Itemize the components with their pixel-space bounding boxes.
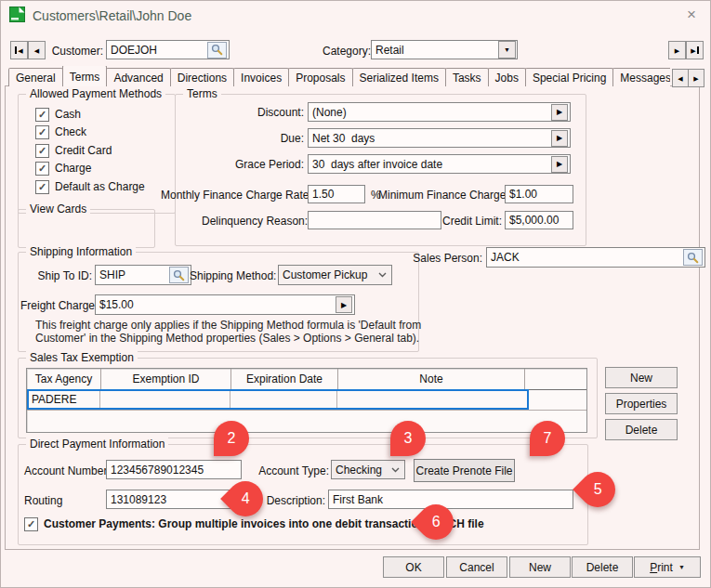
credit-limit-field[interactable]: $5,000.00: [505, 211, 573, 229]
category-dropdown[interactable]: Retail ▼: [371, 40, 518, 59]
checkbox-row-cash: ✓ Cash: [35, 108, 81, 121]
create-prenote-file-button[interactable]: Create Prenote File: [414, 459, 515, 482]
delinquency-reason-field[interactable]: [308, 211, 441, 229]
freight-charge-field[interactable]: $15.00 ▶: [95, 294, 355, 315]
ship-to-id-field[interactable]: SHIP: [95, 265, 191, 285]
customer-value: DOEJOH: [111, 44, 157, 57]
column-note[interactable]: Note: [338, 369, 525, 389]
column-expiration-date[interactable]: Expiration Date: [231, 369, 338, 389]
default-as-charge-checkbox[interactable]: ✓: [35, 180, 49, 194]
grace-period-dropdown-button[interactable]: ▶: [551, 156, 568, 173]
cash-checkbox[interactable]: ✓: [35, 108, 49, 122]
grace-period-field[interactable]: 30 days after invoice date ▶: [308, 154, 571, 174]
print-label-underline: P: [650, 561, 657, 574]
tab-jobs[interactable]: Jobs: [488, 68, 526, 86]
last-record-button[interactable]: ▶: [686, 41, 704, 59]
check-checkbox[interactable]: ✓: [35, 125, 49, 139]
delete-button[interactable]: Delete: [572, 556, 633, 578]
arrow-right-icon: ▶: [557, 108, 562, 116]
next-record-button[interactable]: ▶: [668, 41, 686, 59]
search-icon: [687, 252, 699, 264]
freight-charge-dropdown-button[interactable]: ▶: [336, 296, 352, 313]
tab-messages[interactable]: Messages: [612, 68, 670, 86]
cancel-button[interactable]: Cancel: [446, 556, 507, 578]
callout-2: 2: [214, 421, 249, 456]
minimum-finance-charge-label: Minimum Finance Charge:: [378, 189, 502, 202]
checkbox-label: Cash: [55, 108, 81, 121]
tab-invoices[interactable]: Invoices: [233, 68, 289, 86]
column-tax-agency[interactable]: Tax Agency: [27, 369, 101, 389]
shipping-method-label: Shipping Method:: [190, 269, 275, 282]
due-label: Due:: [211, 132, 304, 145]
chevron-down-icon: ▼: [504, 46, 510, 53]
tab-scroll-left-button[interactable]: ◀: [672, 69, 689, 87]
credit-card-checkbox[interactable]: ✓: [35, 144, 49, 158]
discount-field[interactable]: (None) ▶: [308, 102, 571, 122]
sales-person-field[interactable]: JACK: [486, 247, 705, 268]
tab-advanced[interactable]: Advanced: [106, 68, 170, 86]
group-legend: Direct Payment Information: [26, 438, 168, 451]
group-legend: Shipping Information: [26, 245, 136, 258]
print-button[interactable]: Print ▼: [634, 556, 701, 578]
ship-to-lookup-button[interactable]: [169, 267, 189, 283]
account-type-select[interactable]: Checking: [331, 460, 405, 479]
previous-record-icon: ◀: [34, 47, 39, 54]
category-dropdown-button[interactable]: ▼: [498, 41, 516, 59]
routing-label: Routing: [24, 494, 62, 507]
discount-dropdown-button[interactable]: ▶: [551, 104, 568, 121]
tab-terms[interactable]: Terms: [62, 66, 108, 86]
customer-lookup-button[interactable]: [207, 42, 227, 59]
group-invoices-checkbox[interactable]: ✓: [24, 517, 38, 531]
table-header: Tax Agency Exemption ID Expiration Date …: [27, 369, 586, 390]
grace-period-label: Grace Period:: [211, 158, 304, 171]
sales-tax-exemption-group: Sales Tax Exemption Tax Agency Exemption…: [18, 358, 598, 438]
close-icon[interactable]: ×: [682, 6, 701, 24]
due-dropdown-button[interactable]: ▶: [551, 130, 568, 147]
category-value: Retail: [375, 44, 404, 57]
chevron-down-icon: [375, 272, 389, 278]
tab-special-pricing[interactable]: Special Pricing: [525, 68, 613, 86]
check-icon: ✓: [38, 182, 46, 192]
tab-tasks[interactable]: Tasks: [445, 68, 489, 86]
monthly-finance-charge-rate-field[interactable]: 1.50: [308, 185, 365, 203]
new-button[interactable]: New: [509, 556, 571, 578]
sales-person-lookup-button[interactable]: [683, 249, 703, 266]
tab-scroll-right-button[interactable]: ▶: [688, 69, 704, 87]
freight-note-line2: Customer' in the Shipping Method propert…: [35, 332, 419, 345]
print-label-rest: rint: [657, 561, 673, 574]
tab-serialized-items[interactable]: Serialized Items: [352, 68, 446, 86]
allowed-payment-methods-group: Allowed Payment Methods ✓ Cash ✓ Check ✓…: [18, 94, 176, 214]
charge-checkbox[interactable]: ✓: [35, 162, 49, 176]
description-field[interactable]: First Bank: [328, 490, 573, 509]
cell-exemption-id: [100, 391, 230, 408]
ok-button[interactable]: OK: [383, 556, 444, 578]
chevron-down-icon: [388, 467, 402, 473]
tax-new-button[interactable]: New: [605, 367, 678, 388]
discount-label: Discount:: [211, 106, 304, 119]
tab-proposals[interactable]: Proposals: [288, 68, 352, 86]
first-record-button[interactable]: ◀: [10, 41, 28, 59]
checkbox-row-check: ✓ Check: [35, 125, 86, 138]
checkbox-label: Credit Card: [55, 144, 112, 157]
next-record-icon: ▶: [675, 47, 679, 54]
tab-directions[interactable]: Directions: [170, 68, 234, 86]
account-number-label: Account Number:: [24, 464, 111, 477]
column-exemption-id[interactable]: Exemption ID: [101, 369, 231, 389]
group-legend: Sales Tax Exemption: [26, 351, 138, 364]
tab-general[interactable]: General: [8, 68, 63, 86]
tax-delete-button[interactable]: Delete: [605, 419, 678, 440]
account-number-field[interactable]: 123456789012345: [106, 460, 242, 479]
shipping-method-select[interactable]: Customer Pickup: [278, 265, 392, 285]
customer-input[interactable]: DOEJOH: [106, 40, 230, 59]
titlebar: Customers\Retail\John Doe ×: [1, 1, 710, 29]
previous-record-button[interactable]: ◀: [28, 41, 46, 59]
minimum-finance-charge-field[interactable]: $1.00: [505, 185, 573, 203]
account-type-label: Account Type:: [253, 464, 329, 477]
table-row-selected[interactable]: PADERE: [27, 389, 529, 410]
search-icon: [173, 269, 185, 281]
ship-to-id-label: Ship To ID:: [28, 269, 92, 282]
due-field[interactable]: Net 30 days ▶: [308, 128, 571, 148]
sales-person-label: Sales Person:: [399, 252, 482, 265]
group-legend: Terms: [183, 87, 221, 100]
tax-properties-button[interactable]: Properties: [605, 393, 678, 414]
